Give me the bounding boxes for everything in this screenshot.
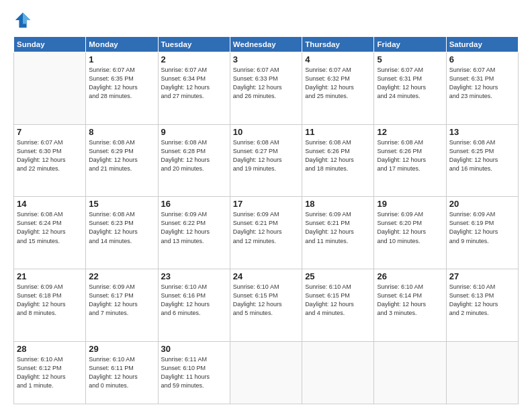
day-info: Sunrise: 6:10 AMSunset: 6:14 PMDaylight:… [377,283,443,318]
day-info: Sunrise: 6:08 AMSunset: 6:24 PMDaylight:… [17,210,83,245]
week-row-2: 14Sunrise: 6:08 AMSunset: 6:24 PMDayligh… [14,197,519,269]
day-cell [302,341,374,404]
calendar-table: SundayMondayTuesdayWednesdayThursdayFrid… [13,36,519,404]
day-info: Sunrise: 6:07 AMSunset: 6:31 PMDaylight:… [449,66,515,101]
day-info: Sunrise: 6:07 AMSunset: 6:34 PMDaylight:… [161,66,227,101]
day-cell [374,341,446,404]
day-number: 15 [89,199,154,209]
day-number: 10 [233,127,299,137]
day-cell: 25Sunrise: 6:10 AMSunset: 6:15 PMDayligh… [302,269,374,342]
col-header-thursday: Thursday [302,37,374,52]
day-cell: 27Sunrise: 6:10 AMSunset: 6:13 PMDayligh… [446,269,518,342]
day-cell: 20Sunrise: 6:09 AMSunset: 6:19 PMDayligh… [446,197,518,269]
day-info: Sunrise: 6:09 AMSunset: 6:18 PMDaylight:… [17,283,83,318]
day-info: Sunrise: 6:08 AMSunset: 6:29 PMDaylight:… [89,138,154,173]
day-cell: 6Sunrise: 6:07 AMSunset: 6:31 PMDaylight… [446,52,518,125]
day-number: 26 [377,271,443,281]
page: SundayMondayTuesdayWednesdayThursdayFrid… [0,0,532,411]
col-header-wednesday: Wednesday [230,37,302,52]
day-cell: 19Sunrise: 6:09 AMSunset: 6:20 PMDayligh… [374,197,446,269]
day-number: 16 [161,199,227,209]
day-info: Sunrise: 6:09 AMSunset: 6:21 PMDaylight:… [305,210,371,245]
day-number: 18 [305,199,371,209]
day-cell: 5Sunrise: 6:07 AMSunset: 6:31 PMDaylight… [374,52,446,125]
day-number: 7 [17,127,83,137]
day-cell: 11Sunrise: 6:08 AMSunset: 6:26 PMDayligh… [302,124,374,197]
day-cell: 2Sunrise: 6:07 AMSunset: 6:34 PMDaylight… [158,52,230,125]
day-info: Sunrise: 6:08 AMSunset: 6:23 PMDaylight:… [89,210,154,245]
day-number: 8 [89,127,154,137]
day-number: 25 [305,271,371,281]
header-row: SundayMondayTuesdayWednesdayThursdayFrid… [14,37,519,52]
day-cell: 30Sunrise: 6:11 AMSunset: 6:10 PMDayligh… [158,341,230,404]
day-number: 4 [305,54,371,64]
day-info: Sunrise: 6:08 AMSunset: 6:28 PMDaylight:… [161,138,227,173]
day-number: 5 [377,54,443,64]
day-info: Sunrise: 6:07 AMSunset: 6:31 PMDaylight:… [377,66,443,101]
day-info: Sunrise: 6:10 AMSunset: 6:11 PMDaylight:… [89,355,154,390]
day-info: Sunrise: 6:08 AMSunset: 6:27 PMDaylight:… [233,138,299,173]
day-info: Sunrise: 6:07 AMSunset: 6:32 PMDaylight:… [305,66,371,101]
day-cell [230,341,302,404]
day-info: Sunrise: 6:10 AMSunset: 6:16 PMDaylight:… [161,283,227,318]
day-cell: 21Sunrise: 6:09 AMSunset: 6:18 PMDayligh… [14,269,86,342]
day-number: 2 [161,54,227,64]
day-number: 12 [377,127,443,137]
day-info: Sunrise: 6:11 AMSunset: 6:10 PMDaylight:… [161,355,227,390]
day-info: Sunrise: 6:09 AMSunset: 6:21 PMDaylight:… [233,210,299,245]
col-header-tuesday: Tuesday [158,37,230,52]
day-info: Sunrise: 6:07 AMSunset: 6:35 PMDaylight:… [89,66,154,101]
day-info: Sunrise: 6:09 AMSunset: 6:19 PMDaylight:… [449,210,515,245]
day-number: 29 [89,344,154,354]
day-info: Sunrise: 6:10 AMSunset: 6:15 PMDaylight:… [305,283,371,318]
day-cell: 17Sunrise: 6:09 AMSunset: 6:21 PMDayligh… [230,197,302,269]
day-cell [446,341,518,404]
day-number: 30 [161,344,227,354]
day-number: 22 [89,271,154,281]
day-info: Sunrise: 6:08 AMSunset: 6:26 PMDaylight:… [377,138,443,173]
day-info: Sunrise: 6:09 AMSunset: 6:22 PMDaylight:… [161,210,227,245]
svg-marker-1 [23,13,30,24]
col-header-friday: Friday [374,37,446,52]
day-number: 28 [17,344,83,354]
day-number: 11 [305,127,371,137]
day-cell: 3Sunrise: 6:07 AMSunset: 6:33 PMDaylight… [230,52,302,125]
day-cell: 4Sunrise: 6:07 AMSunset: 6:32 PMDaylight… [302,52,374,125]
day-cell: 22Sunrise: 6:09 AMSunset: 6:17 PMDayligh… [86,269,158,342]
day-cell: 23Sunrise: 6:10 AMSunset: 6:16 PMDayligh… [158,269,230,342]
day-cell: 18Sunrise: 6:09 AMSunset: 6:21 PMDayligh… [302,197,374,269]
day-number: 27 [449,271,515,281]
day-cell [14,52,86,125]
day-number: 3 [233,54,299,64]
day-cell: 13Sunrise: 6:08 AMSunset: 6:25 PMDayligh… [446,124,518,197]
day-info: Sunrise: 6:08 AMSunset: 6:25 PMDaylight:… [449,138,515,173]
week-row-4: 28Sunrise: 6:10 AMSunset: 6:12 PMDayligh… [14,341,519,404]
day-cell: 8Sunrise: 6:08 AMSunset: 6:29 PMDaylight… [86,124,158,197]
day-info: Sunrise: 6:09 AMSunset: 6:20 PMDaylight:… [377,210,443,245]
day-number: 6 [449,54,515,64]
day-cell: 26Sunrise: 6:10 AMSunset: 6:14 PMDayligh… [374,269,446,342]
day-number: 1 [89,54,154,64]
col-header-monday: Monday [86,37,158,52]
day-info: Sunrise: 6:10 AMSunset: 6:15 PMDaylight:… [233,283,299,318]
day-cell: 12Sunrise: 6:08 AMSunset: 6:26 PMDayligh… [374,124,446,197]
day-info: Sunrise: 6:09 AMSunset: 6:17 PMDaylight:… [89,283,154,318]
col-header-saturday: Saturday [446,37,518,52]
day-info: Sunrise: 6:07 AMSunset: 6:33 PMDaylight:… [233,66,299,101]
day-number: 13 [449,127,515,137]
header [13,11,519,30]
day-cell: 24Sunrise: 6:10 AMSunset: 6:15 PMDayligh… [230,269,302,342]
day-number: 20 [449,199,515,209]
day-info: Sunrise: 6:08 AMSunset: 6:26 PMDaylight:… [305,138,371,173]
day-cell: 9Sunrise: 6:08 AMSunset: 6:28 PMDaylight… [158,124,230,197]
week-row-0: 1Sunrise: 6:07 AMSunset: 6:35 PMDaylight… [14,52,519,125]
day-cell: 7Sunrise: 6:07 AMSunset: 6:30 PMDaylight… [14,124,86,197]
day-number: 9 [161,127,227,137]
day-number: 23 [161,271,227,281]
day-cell: 28Sunrise: 6:10 AMSunset: 6:12 PMDayligh… [14,341,86,404]
day-number: 14 [17,199,83,209]
day-cell: 29Sunrise: 6:10 AMSunset: 6:11 PMDayligh… [86,341,158,404]
day-cell: 10Sunrise: 6:08 AMSunset: 6:27 PMDayligh… [230,124,302,197]
day-cell: 14Sunrise: 6:08 AMSunset: 6:24 PMDayligh… [14,197,86,269]
day-number: 21 [17,271,83,281]
